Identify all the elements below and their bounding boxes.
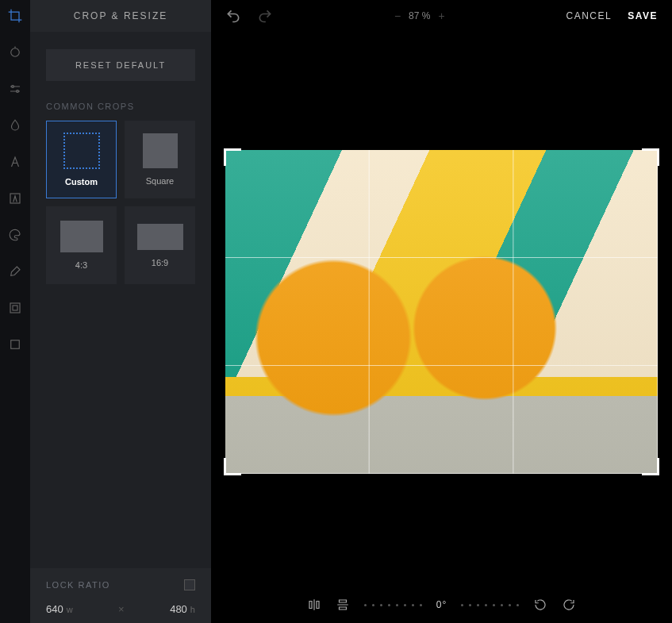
lock-ratio-area: LOCK RATIO 640w × 480h xyxy=(30,568,211,623)
crop-option-label: Custom xyxy=(65,177,98,187)
straighten-slider-left[interactable] xyxy=(364,604,422,606)
reset-default-button[interactable]: RESET DEFAULT xyxy=(46,49,195,81)
flip-horizontal-button[interactable] xyxy=(307,598,321,612)
crop-handle-tl[interactable] xyxy=(224,148,241,166)
crop-shape-icon xyxy=(143,133,178,168)
flip-vertical-button[interactable] xyxy=(336,598,350,612)
adjust-icon[interactable] xyxy=(7,44,23,60)
crop-option-4-3[interactable]: 4:3 xyxy=(46,206,117,284)
rotation-angle: 0° xyxy=(436,599,447,610)
crop-option-16-9[interactable]: 16:9 xyxy=(125,206,195,284)
crop-grid: Custom Square 4:3 16:9 xyxy=(30,121,211,284)
lock-ratio-checkbox[interactable] xyxy=(184,579,195,590)
crop-shape-icon xyxy=(137,224,183,250)
bottom-toolbar: 0° xyxy=(211,591,672,618)
undo-button[interactable] xyxy=(225,8,241,24)
panel-title: CROP & RESIZE xyxy=(30,0,211,32)
crop-handle-br[interactable] xyxy=(642,458,659,475)
crop-icon[interactable] xyxy=(7,8,23,24)
crop-option-label: 4:3 xyxy=(75,260,87,270)
common-crops-label: COMMON CROPS xyxy=(30,102,211,121)
zoom-value: 87 % xyxy=(409,10,430,21)
zoom-in-button[interactable]: + xyxy=(438,10,444,22)
crop-option-label: 16:9 xyxy=(152,258,168,267)
palette-icon[interactable] xyxy=(7,227,23,243)
sliders-icon[interactable] xyxy=(7,81,23,97)
redo-button[interactable] xyxy=(257,8,273,24)
dimension-separator: × xyxy=(118,603,125,615)
zoom-out-button[interactable]: − xyxy=(394,10,401,22)
svg-rect-6 xyxy=(11,340,20,349)
brush-icon[interactable] xyxy=(7,263,23,279)
editor-stage: − 87 % + CANCEL SAVE 0° xyxy=(211,0,672,623)
svg-rect-5 xyxy=(13,306,17,310)
crop-panel: CROP & RESIZE RESET DEFAULT COMMON CROPS… xyxy=(30,0,211,623)
crop-option-label: Square xyxy=(146,176,174,186)
text-icon[interactable] xyxy=(7,154,23,170)
height-input[interactable]: 480h xyxy=(170,603,195,615)
zoom-control: − 87 % + xyxy=(394,10,445,22)
frame-icon[interactable] xyxy=(7,300,23,316)
save-button[interactable]: SAVE xyxy=(628,10,658,21)
canvas-area[interactable] xyxy=(211,32,672,623)
cancel-button[interactable]: CANCEL xyxy=(566,10,612,21)
rotate-right-button[interactable] xyxy=(562,598,576,612)
image-preview xyxy=(225,150,658,474)
top-toolbar: − 87 % + CANCEL SAVE xyxy=(211,0,672,32)
crop-frame[interactable] xyxy=(225,150,658,474)
straighten-slider-right[interactable] xyxy=(461,604,519,606)
crop-shape-icon xyxy=(63,133,100,169)
lock-ratio-label: LOCK RATIO xyxy=(46,580,110,590)
canvas-icon[interactable] xyxy=(7,336,23,352)
crop-option-custom[interactable]: Custom xyxy=(46,121,117,198)
droplet-icon[interactable] xyxy=(7,117,23,133)
svg-point-0 xyxy=(11,48,20,57)
crop-option-square[interactable]: Square xyxy=(125,121,195,198)
width-input[interactable]: 640w xyxy=(46,603,73,615)
rotate-left-button[interactable] xyxy=(533,598,547,612)
crop-handle-bl[interactable] xyxy=(224,458,241,475)
tool-rail xyxy=(0,0,30,623)
svg-rect-4 xyxy=(10,303,20,313)
text2-icon[interactable] xyxy=(7,190,23,206)
crop-handle-tr[interactable] xyxy=(642,148,659,166)
crop-shape-icon xyxy=(60,221,103,252)
